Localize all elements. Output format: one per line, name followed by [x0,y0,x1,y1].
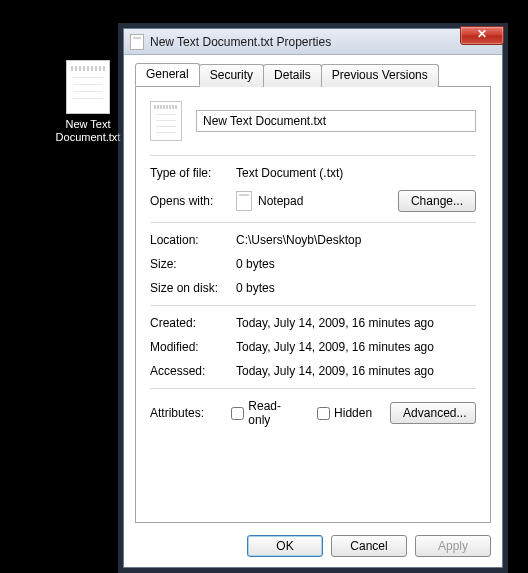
divider [150,388,476,389]
change-button[interactable]: Change... [398,190,476,212]
attributes-label: Attributes: [150,406,231,420]
notepad-icon [236,191,252,211]
type-of-file-label: Type of file: [150,166,236,180]
advanced-button[interactable]: Advanced... [390,402,476,424]
opens-with-value: Notepad [258,194,303,208]
readonly-checkbox-wrap[interactable]: Read-only [231,399,299,427]
readonly-label: Read-only [248,399,299,427]
created-label: Created: [150,316,236,330]
readonly-checkbox[interactable] [231,407,244,420]
accessed-label: Accessed: [150,364,236,378]
titlebar[interactable]: New Text Document.txt Properties ✕ [124,29,502,55]
tab-general[interactable]: General [135,63,200,86]
text-file-icon [66,60,110,114]
tab-details[interactable]: Details [263,64,322,87]
divider [150,222,476,223]
modified-value: Today, July 14, 2009, 16 minutes ago [236,340,476,354]
size-on-disk-label: Size on disk: [150,281,236,295]
client-area: General Security Details Previous Versio… [124,55,502,567]
created-value: Today, July 14, 2009, 16 minutes ago [236,316,476,330]
size-label: Size: [150,257,236,271]
size-value: 0 bytes [236,257,476,271]
location-label: Location: [150,233,236,247]
filename-input[interactable] [196,110,476,132]
desktop-file-icon[interactable]: New Text Document.txt [48,60,128,144]
hidden-checkbox-wrap[interactable]: Hidden [317,406,372,420]
modified-label: Modified: [150,340,236,354]
divider [150,155,476,156]
apply-button[interactable]: Apply [415,535,491,557]
hidden-label: Hidden [334,406,372,420]
hidden-checkbox[interactable] [317,407,330,420]
window-title: New Text Document.txt Properties [150,35,331,49]
properties-window: New Text Document.txt Properties ✕ Gener… [123,28,503,568]
text-file-icon [130,34,144,50]
location-value: C:\Users\Noyb\Desktop [236,233,476,247]
close-button[interactable]: ✕ [460,26,504,45]
opens-with-label: Opens with: [150,194,236,208]
ok-button[interactable]: OK [247,535,323,557]
desktop-file-label: New Text Document.txt [48,118,128,144]
tab-security[interactable]: Security [199,64,264,87]
dialog-buttons: OK Cancel Apply [135,523,491,557]
cancel-button[interactable]: Cancel [331,535,407,557]
tab-previous-versions[interactable]: Previous Versions [321,64,439,87]
tab-strip: General Security Details Previous Versio… [135,63,491,86]
divider [150,305,476,306]
type-of-file-value: Text Document (.txt) [236,166,476,180]
tabpanel-general: Type of file: Text Document (.txt) Opens… [135,86,491,523]
text-file-icon [150,101,182,141]
size-on-disk-value: 0 bytes [236,281,476,295]
accessed-value: Today, July 14, 2009, 16 minutes ago [236,364,476,378]
